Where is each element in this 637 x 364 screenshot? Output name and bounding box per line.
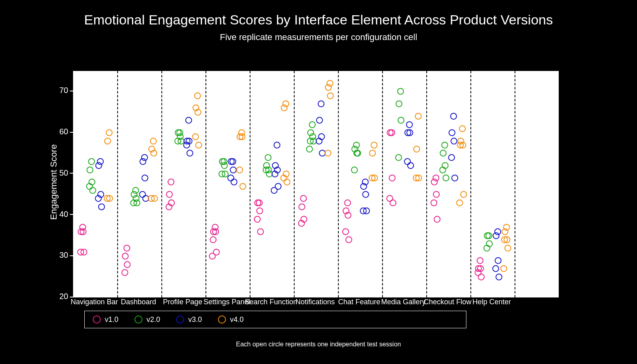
data-point — [151, 150, 157, 157]
legend-label: v3.0 — [188, 315, 202, 324]
y-tick: 20 — [48, 292, 68, 301]
legend-item-v1.0: v1.0 — [93, 315, 118, 324]
data-point — [504, 245, 511, 251]
data-point — [363, 208, 370, 214]
data-point — [194, 92, 201, 99]
x-tick-label: Dashboard — [121, 298, 156, 306]
category-divider — [294, 71, 295, 297]
data-point — [271, 187, 278, 194]
data-point — [88, 158, 95, 165]
data-point — [283, 179, 290, 186]
data-point — [195, 109, 201, 115]
category-divider — [515, 71, 515, 297]
data-point — [354, 150, 361, 157]
data-point — [183, 142, 190, 148]
category-divider — [161, 71, 162, 297]
data-point — [389, 199, 396, 206]
data-point — [236, 166, 243, 173]
data-point — [433, 216, 440, 222]
data-point — [495, 273, 502, 280]
x-tick-label: Navigation Bar — [71, 298, 118, 306]
data-point — [239, 133, 246, 140]
data-point — [121, 269, 128, 276]
data-point — [192, 133, 199, 140]
category-divider — [426, 71, 427, 297]
data-point — [501, 237, 508, 243]
data-point — [457, 142, 464, 148]
chart-footer: Each open circle represents one independ… — [236, 341, 401, 348]
legend-label: v4.0 — [230, 315, 244, 324]
data-point — [368, 175, 375, 182]
data-point — [151, 195, 158, 202]
x-tick-label: Settings Panel — [204, 298, 250, 306]
data-point — [256, 208, 263, 214]
data-point — [254, 216, 260, 222]
data-point — [398, 117, 405, 124]
data-point — [87, 166, 94, 173]
data-point — [370, 142, 377, 148]
x-tick-label: Checkout Flow — [423, 298, 471, 306]
x-tick-label: Notifications — [295, 298, 335, 306]
legend-item-v3.0: v3.0 — [176, 315, 202, 324]
data-point — [122, 253, 129, 260]
data-point — [441, 142, 448, 148]
data-point — [387, 129, 394, 136]
chart-title: Emotional Engagement Scores by Interface… — [0, 12, 637, 28]
data-point — [484, 232, 491, 239]
y-tick: 70 — [48, 86, 68, 95]
legend-marker-icon — [134, 315, 142, 324]
data-point — [430, 199, 437, 206]
data-point — [451, 175, 458, 182]
data-point — [342, 228, 349, 235]
data-point — [228, 158, 235, 165]
data-point — [396, 101, 403, 107]
category-divider — [206, 71, 206, 297]
data-point — [317, 101, 324, 107]
data-point — [96, 162, 102, 169]
data-point — [221, 162, 228, 169]
data-point — [104, 138, 111, 144]
data-point — [271, 170, 278, 177]
data-point — [254, 199, 261, 206]
data-point — [344, 199, 351, 206]
data-point — [165, 204, 172, 210]
data-point — [439, 166, 446, 173]
data-point — [327, 92, 334, 99]
data-point — [407, 162, 414, 169]
data-point — [123, 245, 130, 251]
data-point — [150, 138, 157, 144]
data-point — [186, 150, 193, 157]
data-point — [407, 129, 413, 136]
data-point — [257, 228, 264, 235]
data-point — [389, 175, 396, 182]
data-point — [449, 129, 456, 136]
data-point — [433, 191, 440, 198]
data-point — [397, 88, 404, 95]
data-point — [230, 179, 237, 186]
legend-marker-icon — [93, 315, 101, 324]
data-point — [413, 175, 419, 182]
data-point — [124, 261, 131, 268]
category-divider — [250, 71, 250, 297]
data-point — [142, 175, 149, 182]
data-point — [459, 125, 466, 132]
data-point — [460, 191, 467, 198]
data-point — [80, 228, 87, 235]
data-point — [502, 228, 509, 235]
category-divider — [338, 71, 339, 297]
legend-item-v4.0: v4.0 — [218, 315, 244, 324]
y-tick: 60 — [48, 127, 68, 136]
data-point — [209, 253, 216, 260]
data-point — [360, 183, 367, 190]
data-point — [104, 195, 110, 202]
data-point — [495, 257, 502, 264]
data-point — [299, 204, 305, 210]
data-point — [413, 146, 420, 153]
data-point — [80, 249, 87, 256]
data-point — [166, 191, 173, 198]
data-point — [442, 175, 449, 182]
data-point — [140, 158, 147, 165]
data-point — [298, 220, 305, 227]
data-point — [492, 265, 499, 272]
data-point — [406, 121, 413, 128]
